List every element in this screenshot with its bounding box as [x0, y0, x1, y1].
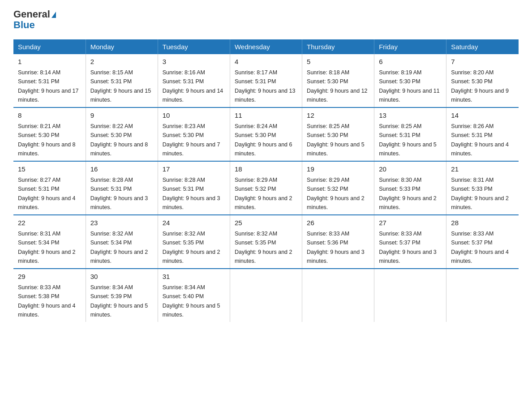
calendar-cell: 30 Sunrise: 8:34 AMSunset: 5:39 PMDaylig… [86, 269, 158, 322]
day-info: Sunrise: 8:27 AMSunset: 5:31 PMDaylight:… [18, 177, 76, 210]
day-info: Sunrise: 8:17 AMSunset: 5:31 PMDaylight:… [235, 69, 296, 103]
calendar-header-row: Sunday Monday Tuesday Wednesday Thursday… [13, 39, 519, 54]
day-number: 27 [379, 218, 442, 228]
day-info: Sunrise: 8:22 AMSunset: 5:30 PMDaylight:… [90, 123, 148, 157]
day-number: 9 [90, 111, 153, 121]
day-number: 29 [18, 272, 81, 282]
calendar-cell: 25 Sunrise: 8:32 AMSunset: 5:35 PMDaylig… [230, 215, 302, 269]
day-info: Sunrise: 8:31 AMSunset: 5:33 PMDaylight:… [451, 177, 509, 210]
calendar-cell: 8 Sunrise: 8:21 AMSunset: 5:30 PMDayligh… [13, 107, 86, 161]
calendar-cell: 29 Sunrise: 8:33 AMSunset: 5:38 PMDaylig… [13, 269, 86, 322]
day-info: Sunrise: 8:32 AMSunset: 5:35 PMDaylight:… [235, 231, 292, 264]
col-monday: Monday [86, 39, 158, 54]
calendar-week-row: 22 Sunrise: 8:31 AMSunset: 5:34 PMDaylig… [13, 215, 519, 269]
day-info: Sunrise: 8:24 AMSunset: 5:30 PMDaylight:… [235, 123, 292, 157]
calendar-week-row: 1 Sunrise: 8:14 AMSunset: 5:31 PMDayligh… [13, 54, 519, 107]
day-info: Sunrise: 8:33 AMSunset: 5:38 PMDaylight:… [18, 284, 76, 318]
day-number: 19 [307, 164, 369, 175]
calendar-cell: 1 Sunrise: 8:14 AMSunset: 5:31 PMDayligh… [13, 54, 86, 107]
logo-general-text: General [13, 9, 50, 20]
day-number: 8 [18, 111, 81, 121]
day-number: 13 [379, 111, 442, 121]
calendar-cell: 19 Sunrise: 8:29 AMSunset: 5:32 PMDaylig… [302, 161, 374, 215]
day-info: Sunrise: 8:23 AMSunset: 5:30 PMDaylight:… [163, 123, 220, 157]
col-friday: Friday [374, 39, 446, 54]
calendar-week-row: 8 Sunrise: 8:21 AMSunset: 5:30 PMDayligh… [13, 107, 519, 161]
day-number: 30 [90, 272, 153, 282]
day-info: Sunrise: 8:18 AMSunset: 5:30 PMDaylight:… [307, 69, 368, 103]
calendar-week-row: 15 Sunrise: 8:27 AMSunset: 5:31 PMDaylig… [13, 161, 519, 215]
day-number: 16 [90, 164, 153, 175]
day-number: 4 [235, 57, 297, 67]
calendar-cell: 2 Sunrise: 8:15 AMSunset: 5:31 PMDayligh… [86, 54, 158, 107]
day-number: 20 [379, 164, 442, 175]
col-saturday: Saturday [446, 39, 519, 54]
day-info: Sunrise: 8:33 AMSunset: 5:36 PMDaylight:… [307, 231, 365, 264]
calendar-cell: 7 Sunrise: 8:20 AMSunset: 5:30 PMDayligh… [446, 54, 519, 107]
day-info: Sunrise: 8:34 AMSunset: 5:40 PMDaylight:… [163, 284, 220, 318]
calendar-cell [374, 269, 446, 322]
calendar-cell: 26 Sunrise: 8:33 AMSunset: 5:36 PMDaylig… [302, 215, 374, 269]
day-info: Sunrise: 8:26 AMSunset: 5:31 PMDaylight:… [451, 123, 509, 157]
day-number: 26 [307, 218, 369, 228]
day-number: 3 [163, 57, 225, 67]
calendar-cell: 11 Sunrise: 8:24 AMSunset: 5:30 PMDaylig… [230, 107, 302, 161]
calendar-table: Sunday Monday Tuesday Wednesday Thursday… [13, 39, 519, 322]
day-info: Sunrise: 8:20 AMSunset: 5:30 PMDaylight:… [451, 69, 509, 103]
day-info: Sunrise: 8:31 AMSunset: 5:34 PMDaylight:… [18, 231, 76, 264]
day-info: Sunrise: 8:25 AMSunset: 5:30 PMDaylight:… [307, 123, 365, 157]
calendar-cell: 21 Sunrise: 8:31 AMSunset: 5:33 PMDaylig… [446, 161, 519, 215]
day-number: 23 [90, 218, 153, 228]
calendar-cell: 31 Sunrise: 8:34 AMSunset: 5:40 PMDaylig… [158, 269, 230, 322]
calendar-cell: 18 Sunrise: 8:29 AMSunset: 5:32 PMDaylig… [230, 161, 302, 215]
day-info: Sunrise: 8:29 AMSunset: 5:32 PMDaylight:… [235, 177, 292, 210]
calendar-cell: 4 Sunrise: 8:17 AMSunset: 5:31 PMDayligh… [230, 54, 302, 107]
calendar-cell: 24 Sunrise: 8:32 AMSunset: 5:35 PMDaylig… [158, 215, 230, 269]
col-sunday: Sunday [13, 39, 86, 54]
day-info: Sunrise: 8:28 AMSunset: 5:31 PMDaylight:… [90, 177, 148, 210]
calendar-cell [302, 269, 374, 322]
day-info: Sunrise: 8:33 AMSunset: 5:37 PMDaylight:… [379, 231, 437, 264]
day-number: 1 [18, 57, 81, 67]
day-number: 5 [307, 57, 369, 67]
logo-triangle-icon [51, 12, 56, 18]
calendar-cell: 28 Sunrise: 8:33 AMSunset: 5:37 PMDaylig… [446, 215, 519, 269]
day-info: Sunrise: 8:28 AMSunset: 5:31 PMDaylight:… [163, 177, 220, 210]
page-header: General Blue [13, 9, 519, 30]
calendar-cell: 12 Sunrise: 8:25 AMSunset: 5:30 PMDaylig… [302, 107, 374, 161]
day-number: 31 [163, 272, 225, 282]
calendar-cell [230, 269, 302, 322]
day-number: 17 [163, 164, 225, 175]
day-number: 18 [235, 164, 297, 175]
calendar-cell: 10 Sunrise: 8:23 AMSunset: 5:30 PMDaylig… [158, 107, 230, 161]
day-info: Sunrise: 8:30 AMSunset: 5:33 PMDaylight:… [379, 177, 437, 210]
day-number: 21 [451, 164, 514, 175]
day-info: Sunrise: 8:29 AMSunset: 5:32 PMDaylight:… [307, 177, 365, 210]
calendar-cell: 3 Sunrise: 8:16 AMSunset: 5:31 PMDayligh… [158, 54, 230, 107]
calendar-cell: 17 Sunrise: 8:28 AMSunset: 5:31 PMDaylig… [158, 161, 230, 215]
col-wednesday: Wednesday [230, 39, 302, 54]
calendar-cell: 13 Sunrise: 8:25 AMSunset: 5:31 PMDaylig… [374, 107, 446, 161]
calendar-cell: 15 Sunrise: 8:27 AMSunset: 5:31 PMDaylig… [13, 161, 86, 215]
day-number: 22 [18, 218, 81, 228]
calendar-cell: 16 Sunrise: 8:28 AMSunset: 5:31 PMDaylig… [86, 161, 158, 215]
calendar-cell: 23 Sunrise: 8:32 AMSunset: 5:34 PMDaylig… [86, 215, 158, 269]
day-info: Sunrise: 8:15 AMSunset: 5:31 PMDaylight:… [90, 69, 151, 103]
logo: General Blue [13, 9, 56, 30]
day-number: 14 [451, 111, 514, 121]
calendar-week-row: 29 Sunrise: 8:33 AMSunset: 5:38 PMDaylig… [13, 269, 519, 322]
day-number: 25 [235, 218, 297, 228]
col-tuesday: Tuesday [158, 39, 230, 54]
day-info: Sunrise: 8:32 AMSunset: 5:35 PMDaylight:… [163, 231, 220, 264]
day-number: 24 [163, 218, 225, 228]
day-info: Sunrise: 8:19 AMSunset: 5:30 PMDaylight:… [379, 69, 440, 103]
day-number: 7 [451, 57, 514, 67]
calendar-cell: 14 Sunrise: 8:26 AMSunset: 5:31 PMDaylig… [446, 107, 519, 161]
logo-blue-text: Blue [13, 20, 56, 30]
col-thursday: Thursday [302, 39, 374, 54]
day-info: Sunrise: 8:21 AMSunset: 5:30 PMDaylight:… [18, 123, 76, 157]
day-info: Sunrise: 8:33 AMSunset: 5:37 PMDaylight:… [451, 231, 509, 264]
day-number: 28 [451, 218, 514, 228]
calendar-cell: 27 Sunrise: 8:33 AMSunset: 5:37 PMDaylig… [374, 215, 446, 269]
day-info: Sunrise: 8:25 AMSunset: 5:31 PMDaylight:… [379, 123, 437, 157]
